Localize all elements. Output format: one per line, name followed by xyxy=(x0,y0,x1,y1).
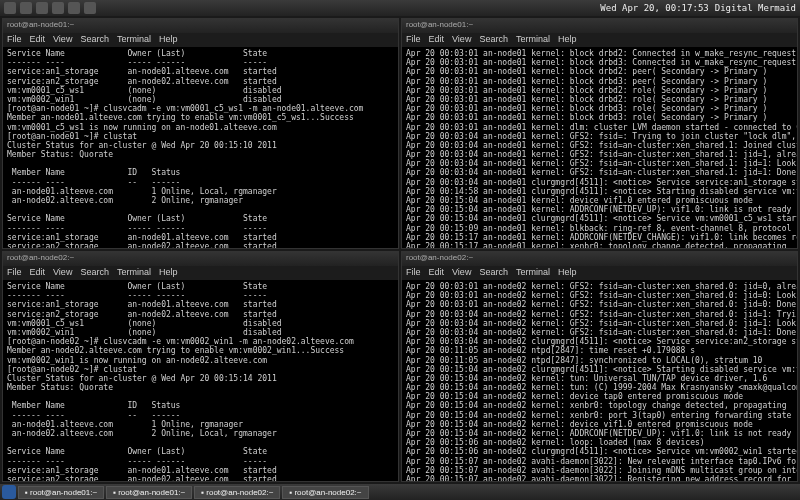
menu-file[interactable]: File xyxy=(406,267,421,279)
menu-help[interactable]: Help xyxy=(558,267,577,279)
terminal-output[interactable]: Service Name Owner (Last) State ------- … xyxy=(3,280,398,481)
menu-file[interactable]: File xyxy=(7,267,22,279)
menu-search[interactable]: Search xyxy=(80,267,109,279)
terminal-output[interactable]: Apr 20 00:03:01 an-node02 kernel: GFS2: … xyxy=(402,280,797,481)
start-button[interactable] xyxy=(2,485,16,499)
menu-search[interactable]: Search xyxy=(80,34,109,46)
terminal-menubar: FileEditViewSearchTerminalHelp xyxy=(3,266,398,280)
menu-search[interactable]: Search xyxy=(479,34,508,46)
menu-view[interactable]: View xyxy=(452,34,471,46)
app-icon[interactable] xyxy=(36,2,48,14)
terminal-bl[interactable]: root@an-node02:~ FileEditViewSearchTermi… xyxy=(2,251,399,482)
window-title: root@an-node02:~ xyxy=(3,252,398,266)
window-title: root@an-node01:~ xyxy=(3,19,398,33)
menu-help[interactable]: Help xyxy=(159,267,178,279)
terminal-br[interactable]: root@an-node02:~ FileEditViewSearchTermi… xyxy=(401,251,798,482)
app-icon[interactable] xyxy=(52,2,64,14)
terminal-output[interactable]: Service Name Owner (Last) State ------- … xyxy=(3,47,398,248)
terminal-menubar: FileEditViewSearchTerminalHelp xyxy=(402,33,797,47)
window-title: root@an-node01:~ xyxy=(402,19,797,33)
menu-help[interactable]: Help xyxy=(558,34,577,46)
menu-view[interactable]: View xyxy=(452,267,471,279)
menu-edit[interactable]: Edit xyxy=(429,34,445,46)
menu-terminal[interactable]: Terminal xyxy=(117,267,151,279)
app-icon[interactable] xyxy=(68,2,80,14)
bottom-panel: ▪ root@an-node01:~▪ root@an-node01:~▪ ro… xyxy=(0,484,800,500)
tray-icons xyxy=(4,2,96,14)
app-icon[interactable] xyxy=(4,2,16,14)
menu-terminal[interactable]: Terminal xyxy=(516,267,550,279)
taskbar-tasks: ▪ root@an-node01:~▪ root@an-node01:~▪ ro… xyxy=(18,486,369,499)
menu-file[interactable]: File xyxy=(406,34,421,46)
taskbar-item[interactable]: ▪ root@an-node02:~ xyxy=(194,486,280,499)
menu-terminal[interactable]: Terminal xyxy=(516,34,550,46)
app-icon[interactable] xyxy=(84,2,96,14)
terminal-menubar: FileEditViewSearchTerminalHelp xyxy=(3,33,398,47)
menu-help[interactable]: Help xyxy=(159,34,178,46)
terminal-output[interactable]: Apr 20 00:03:01 an-node01 kernel: block … xyxy=(402,47,797,248)
menu-edit[interactable]: Edit xyxy=(30,267,46,279)
menu-terminal[interactable]: Terminal xyxy=(117,34,151,46)
menu-file[interactable]: File xyxy=(7,34,22,46)
clock[interactable]: Wed Apr 20, 00:17:53 xyxy=(600,3,708,13)
app-icon[interactable] xyxy=(20,2,32,14)
taskbar-item[interactable]: ▪ root@an-node01:~ xyxy=(18,486,104,499)
terminal-menubar: FileEditViewSearchTerminalHelp xyxy=(402,266,797,280)
terminal-grid: root@an-node01:~ FileEditViewSearchTermi… xyxy=(0,16,800,484)
menu-edit[interactable]: Edit xyxy=(429,267,445,279)
taskbar-item[interactable]: ▪ root@an-node01:~ xyxy=(106,486,192,499)
menu-view[interactable]: View xyxy=(53,267,72,279)
terminal-tr[interactable]: root@an-node01:~ FileEditViewSearchTermi… xyxy=(401,18,798,249)
terminal-tl[interactable]: root@an-node01:~ FileEditViewSearchTermi… xyxy=(2,18,399,249)
menu-view[interactable]: View xyxy=(53,34,72,46)
taskbar-item[interactable]: ▪ root@an-node02:~ xyxy=(282,486,368,499)
window-title: root@an-node02:~ xyxy=(402,252,797,266)
user-label[interactable]: Digital Mermaid xyxy=(715,3,796,13)
menu-search[interactable]: Search xyxy=(479,267,508,279)
top-panel: Wed Apr 20, 00:17:53 Digital Mermaid xyxy=(0,0,800,16)
menu-edit[interactable]: Edit xyxy=(30,34,46,46)
